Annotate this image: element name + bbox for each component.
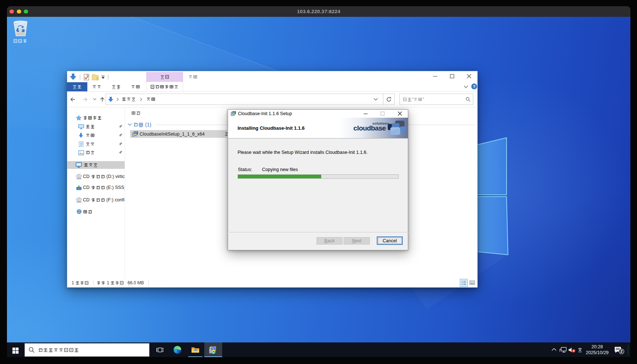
svg-text:?: ? [473, 84, 475, 89]
svg-text:2: 2 [621, 349, 623, 353]
